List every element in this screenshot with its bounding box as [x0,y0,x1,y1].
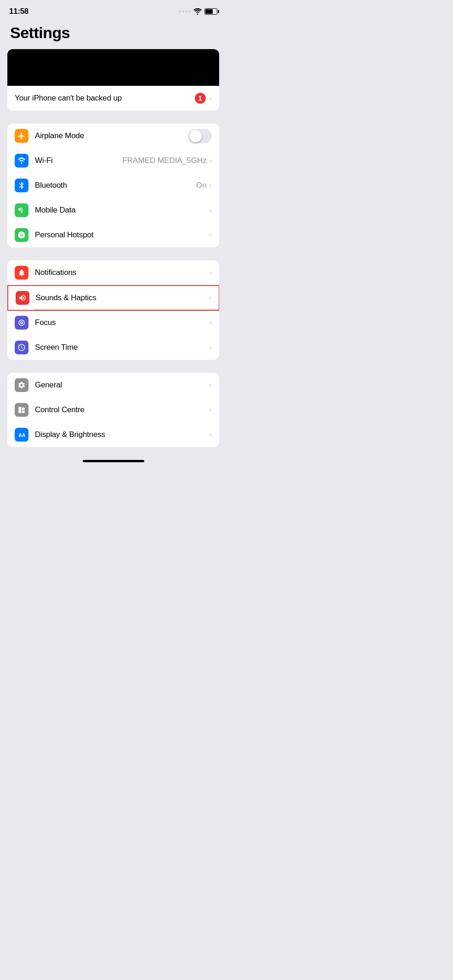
personal-hotspot-label: Personal Hotspot [35,230,210,240]
notifications-group: Notifications › Sounds & Haptics › Focus… [7,260,219,360]
screen-time-label: Screen Time [35,343,210,352]
general-group: General › Control Centre › AA Display & … [7,373,219,447]
personal-hotspot-row[interactable]: Personal Hotspot › [7,223,219,247]
bluetooth-row[interactable]: Bluetooth On › [7,173,219,198]
notifications-chevron: › [210,269,212,277]
notifications-row[interactable]: Notifications › [7,260,219,285]
general-svg [17,381,26,389]
airplane-mode-row[interactable]: Airplane Mode [7,123,219,148]
bluetooth-chevron: › [210,181,212,190]
screen-time-chevron: › [210,343,212,352]
display-brightness-icon: AA [15,428,28,442]
bluetooth-value: On [196,181,207,190]
sounds-haptics-row[interactable]: Sounds & Haptics › [7,285,219,311]
airplane-mode-label: Airplane Mode [35,131,188,140]
screen-time-svg [17,343,26,352]
screen-time-row[interactable]: Screen Time › [7,335,219,360]
personal-hotspot-svg [17,231,26,239]
focus-chevron: › [210,319,212,327]
wifi-row[interactable]: Wi-Fi FRAMED MEDIA_5GHz › [7,148,219,173]
display-brightness-label: Display & Brightness [35,430,210,439]
sounds-haptics-svg [18,294,27,302]
airplane-mode-icon [15,129,28,143]
focus-label: Focus [35,318,210,327]
personal-hotspot-icon [15,228,28,242]
airplane-mode-toggle[interactable] [188,129,212,143]
status-icons [179,8,217,15]
control-centre-label: Control Centre [35,405,210,414]
mobile-data-icon [15,203,28,217]
notifications-label: Notifications [35,268,210,277]
personal-hotspot-chevron: › [210,231,212,239]
general-icon [15,378,28,392]
focus-icon [15,316,28,330]
battery-icon [204,8,217,15]
mobile-data-chevron: › [210,206,212,214]
mobile-data-label: Mobile Data [35,206,210,215]
control-centre-chevron: › [210,406,212,414]
control-centre-row[interactable]: Control Centre › [7,398,219,422]
general-row[interactable]: General › [7,373,219,398]
sounds-haptics-chevron: › [209,294,211,302]
mobile-data-svg [17,206,26,214]
status-bar: 11:58 [0,0,226,20]
display-brightness-row[interactable]: AA Display & Brightness › [7,422,219,447]
page-title: Settings [0,20,226,49]
backup-badge: 1 [195,93,206,104]
wifi-label: Wi-Fi [35,156,122,165]
control-centre-icon [15,403,28,417]
display-brightness-svg: AA [17,431,26,439]
control-centre-svg [17,406,26,414]
profile-banner [7,49,219,86]
bluetooth-label: Bluetooth [35,181,196,190]
svg-text:AA: AA [18,432,26,438]
wifi-icon [193,8,202,15]
wifi-value: FRAMED MEDIA_5GHz [122,156,206,165]
airplane-svg [17,132,26,140]
signal-icon [179,11,191,12]
wifi-svg [17,157,26,165]
wifi-chevron: › [210,157,212,165]
home-indicator [83,460,144,462]
backup-warning-row[interactable]: Your iPhone can't be backed up 1 › [7,86,219,111]
focus-row[interactable]: Focus › [7,310,219,335]
bluetooth-icon [15,179,28,192]
wifi-row-icon [15,154,28,168]
status-time: 11:58 [9,7,28,16]
notifications-svg [17,269,26,277]
focus-svg [17,319,26,327]
general-label: General [35,381,210,390]
notifications-icon [15,266,28,280]
mobile-data-row[interactable]: Mobile Data › [7,198,219,223]
display-brightness-chevron: › [210,431,212,439]
bluetooth-svg [17,181,26,190]
profile-section: Your iPhone can't be backed up 1 › [7,49,219,111]
screen-time-icon [15,341,28,354]
backup-chevron: › [210,94,212,102]
sounds-haptics-icon [16,291,29,305]
backup-warning-label: Your iPhone can't be backed up [15,94,195,103]
sounds-haptics-label: Sounds & Haptics [36,293,209,302]
general-chevron: › [210,381,212,389]
connectivity-group: Airplane Mode Wi-Fi FRAMED MEDIA_5GHz › … [7,123,219,247]
